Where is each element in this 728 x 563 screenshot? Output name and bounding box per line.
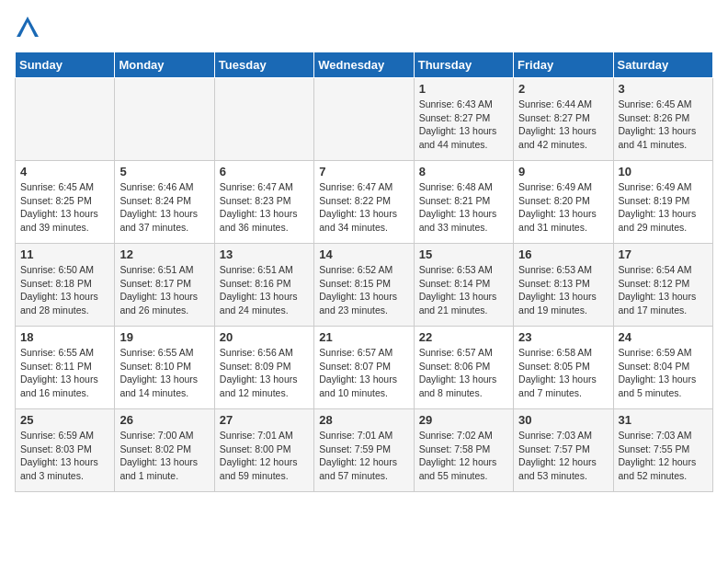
calendar-cell bbox=[115, 78, 214, 161]
day-number: 10 bbox=[619, 165, 708, 178]
day-info: Sunrise: 6:50 AMSunset: 8:18 PMDaylight:… bbox=[20, 263, 109, 317]
day-info: Sunrise: 6:54 AMSunset: 8:12 PMDaylight:… bbox=[619, 263, 708, 317]
day-info: Sunrise: 6:57 AMSunset: 8:07 PMDaylight:… bbox=[319, 346, 408, 400]
day-number: 15 bbox=[419, 247, 508, 261]
calendar-cell: 19Sunrise: 6:55 AMSunset: 8:10 PMDayligh… bbox=[115, 327, 214, 409]
day-info: Sunrise: 6:58 AMSunset: 8:05 PMDaylight:… bbox=[518, 346, 608, 400]
day-number: 25 bbox=[20, 413, 109, 427]
day-info: Sunrise: 7:01 AMSunset: 7:59 PMDaylight:… bbox=[319, 429, 408, 483]
day-info: Sunrise: 6:45 AMSunset: 8:26 PMDaylight:… bbox=[619, 98, 708, 152]
calendar-week-1: 1Sunrise: 6:43 AMSunset: 8:27 PMDaylight… bbox=[16, 78, 713, 161]
calendar-cell: 20Sunrise: 6:56 AMSunset: 8:09 PMDayligh… bbox=[214, 327, 313, 409]
day-info: Sunrise: 6:52 AMSunset: 8:15 PMDaylight:… bbox=[319, 263, 408, 317]
calendar-cell: 6Sunrise: 6:47 AMSunset: 8:23 PMDaylight… bbox=[214, 161, 313, 244]
day-number: 24 bbox=[619, 330, 708, 344]
day-info: Sunrise: 7:01 AMSunset: 8:00 PMDaylight:… bbox=[220, 429, 309, 483]
day-number: 21 bbox=[319, 330, 408, 344]
day-info: Sunrise: 6:56 AMSunset: 8:09 PMDaylight:… bbox=[220, 346, 309, 400]
calendar-cell: 17Sunrise: 6:54 AMSunset: 8:12 PMDayligh… bbox=[613, 244, 712, 327]
day-info: Sunrise: 6:45 AMSunset: 8:25 PMDaylight:… bbox=[20, 180, 109, 235]
day-info: Sunrise: 6:48 AMSunset: 8:21 PMDaylight:… bbox=[419, 180, 508, 235]
calendar-cell: 8Sunrise: 6:48 AMSunset: 8:21 PMDaylight… bbox=[414, 161, 513, 244]
calendar-cell: 23Sunrise: 6:58 AMSunset: 8:05 PMDayligh… bbox=[514, 327, 613, 409]
day-number: 17 bbox=[619, 247, 708, 261]
day-info: Sunrise: 6:47 AMSunset: 8:23 PMDaylight:… bbox=[220, 180, 309, 235]
day-info: Sunrise: 6:46 AMSunset: 8:24 PMDaylight:… bbox=[119, 180, 209, 235]
calendar-cell: 4Sunrise: 6:45 AMSunset: 8:25 PMDaylight… bbox=[16, 161, 115, 244]
calendar-cell: 18Sunrise: 6:55 AMSunset: 8:11 PMDayligh… bbox=[16, 327, 115, 409]
calendar-cell: 26Sunrise: 7:00 AMSunset: 8:02 PMDayligh… bbox=[115, 409, 214, 492]
weekday-header-wednesday: Wednesday bbox=[314, 52, 414, 78]
day-number: 28 bbox=[319, 413, 408, 427]
day-number: 1 bbox=[419, 82, 508, 96]
day-number: 29 bbox=[419, 413, 508, 427]
day-number: 9 bbox=[518, 165, 608, 178]
day-number: 7 bbox=[319, 165, 408, 178]
day-info: Sunrise: 6:59 AMSunset: 8:03 PMDaylight:… bbox=[20, 429, 109, 483]
calendar-cell: 7Sunrise: 6:47 AMSunset: 8:22 PMDaylight… bbox=[314, 161, 414, 244]
header-row: SundayMondayTuesdayWednesdayThursdayFrid… bbox=[16, 52, 713, 78]
calendar-week-2: 4Sunrise: 6:45 AMSunset: 8:25 PMDaylight… bbox=[16, 161, 713, 244]
day-number: 22 bbox=[419, 330, 508, 344]
calendar-week-4: 18Sunrise: 6:55 AMSunset: 8:11 PMDayligh… bbox=[16, 327, 713, 409]
calendar-cell: 9Sunrise: 6:49 AMSunset: 8:20 PMDaylight… bbox=[514, 161, 613, 244]
calendar-cell: 22Sunrise: 6:57 AMSunset: 8:06 PMDayligh… bbox=[414, 327, 513, 409]
day-number: 27 bbox=[220, 413, 309, 427]
weekday-header-sunday: Sunday bbox=[16, 52, 115, 78]
calendar-cell: 10Sunrise: 6:49 AMSunset: 8:19 PMDayligh… bbox=[613, 161, 712, 244]
calendar-cell: 13Sunrise: 6:51 AMSunset: 8:16 PMDayligh… bbox=[214, 244, 313, 327]
weekday-header-thursday: Thursday bbox=[414, 52, 513, 78]
calendar-cell bbox=[314, 78, 414, 161]
day-number: 18 bbox=[20, 330, 109, 344]
day-number: 2 bbox=[518, 82, 608, 96]
calendar-cell: 1Sunrise: 6:43 AMSunset: 8:27 PMDaylight… bbox=[414, 78, 513, 161]
calendar-cell: 30Sunrise: 7:03 AMSunset: 7:57 PMDayligh… bbox=[514, 409, 613, 492]
weekday-header-saturday: Saturday bbox=[613, 52, 712, 78]
calendar-cell: 28Sunrise: 7:01 AMSunset: 7:59 PMDayligh… bbox=[314, 409, 414, 492]
weekday-header-tuesday: Tuesday bbox=[214, 52, 313, 78]
day-info: Sunrise: 7:02 AMSunset: 7:58 PMDaylight:… bbox=[419, 429, 508, 483]
day-info: Sunrise: 6:44 AMSunset: 8:27 PMDaylight:… bbox=[518, 98, 608, 152]
calendar-week-3: 11Sunrise: 6:50 AMSunset: 8:18 PMDayligh… bbox=[16, 244, 713, 327]
day-number: 31 bbox=[619, 413, 708, 427]
day-number: 3 bbox=[619, 82, 708, 96]
header bbox=[15, 15, 713, 40]
day-number: 11 bbox=[20, 247, 109, 261]
day-info: Sunrise: 6:51 AMSunset: 8:17 PMDaylight:… bbox=[119, 263, 209, 317]
day-number: 5 bbox=[119, 165, 209, 178]
day-number: 6 bbox=[220, 165, 309, 178]
weekday-header-monday: Monday bbox=[115, 52, 214, 78]
day-number: 20 bbox=[220, 330, 309, 344]
calendar-cell: 16Sunrise: 6:53 AMSunset: 8:13 PMDayligh… bbox=[514, 244, 613, 327]
day-number: 8 bbox=[419, 165, 508, 178]
day-info: Sunrise: 6:55 AMSunset: 8:10 PMDaylight:… bbox=[119, 346, 209, 400]
calendar-cell: 5Sunrise: 6:46 AMSunset: 8:24 PMDaylight… bbox=[115, 161, 214, 244]
logo bbox=[15, 15, 44, 40]
day-info: Sunrise: 7:00 AMSunset: 8:02 PMDaylight:… bbox=[119, 429, 209, 483]
calendar-cell: 15Sunrise: 6:53 AMSunset: 8:14 PMDayligh… bbox=[414, 244, 513, 327]
weekday-header-friday: Friday bbox=[514, 52, 613, 78]
day-info: Sunrise: 6:49 AMSunset: 8:20 PMDaylight:… bbox=[518, 180, 608, 235]
calendar-cell: 2Sunrise: 6:44 AMSunset: 8:27 PMDaylight… bbox=[514, 78, 613, 161]
calendar-cell: 12Sunrise: 6:51 AMSunset: 8:17 PMDayligh… bbox=[115, 244, 214, 327]
calendar-cell: 25Sunrise: 6:59 AMSunset: 8:03 PMDayligh… bbox=[16, 409, 115, 492]
day-info: Sunrise: 6:55 AMSunset: 8:11 PMDaylight:… bbox=[20, 346, 109, 400]
day-number: 26 bbox=[119, 413, 209, 427]
day-info: Sunrise: 6:59 AMSunset: 8:04 PMDaylight:… bbox=[619, 346, 708, 400]
day-info: Sunrise: 6:53 AMSunset: 8:14 PMDaylight:… bbox=[419, 263, 508, 317]
day-info: Sunrise: 6:43 AMSunset: 8:27 PMDaylight:… bbox=[419, 98, 508, 152]
calendar-cell: 24Sunrise: 6:59 AMSunset: 8:04 PMDayligh… bbox=[613, 327, 712, 409]
day-number: 13 bbox=[220, 247, 309, 261]
calendar-table: SundayMondayTuesdayWednesdayThursdayFrid… bbox=[15, 52, 713, 492]
day-info: Sunrise: 7:03 AMSunset: 7:57 PMDaylight:… bbox=[518, 429, 608, 483]
day-info: Sunrise: 6:47 AMSunset: 8:22 PMDaylight:… bbox=[319, 180, 408, 235]
calendar-week-5: 25Sunrise: 6:59 AMSunset: 8:03 PMDayligh… bbox=[16, 409, 713, 492]
day-number: 23 bbox=[518, 330, 608, 344]
day-info: Sunrise: 6:51 AMSunset: 8:16 PMDaylight:… bbox=[220, 263, 309, 317]
day-number: 30 bbox=[518, 413, 608, 427]
day-number: 19 bbox=[119, 330, 209, 344]
calendar-cell: 31Sunrise: 7:03 AMSunset: 7:55 PMDayligh… bbox=[613, 409, 712, 492]
calendar-cell: 14Sunrise: 6:52 AMSunset: 8:15 PMDayligh… bbox=[314, 244, 414, 327]
day-number: 16 bbox=[518, 247, 608, 261]
calendar-cell: 21Sunrise: 6:57 AMSunset: 8:07 PMDayligh… bbox=[314, 327, 414, 409]
